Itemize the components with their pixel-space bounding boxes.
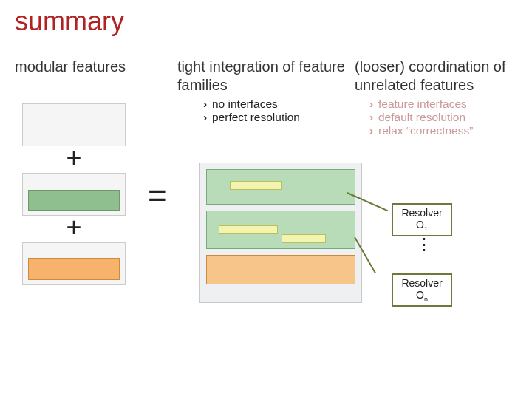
modular-stack: + + [22, 103, 126, 287]
bullet-glyph: › [369, 111, 378, 124]
bullets-looser: ›feature interfaces ›default resolution … [369, 98, 473, 137]
resolver-index: 1 [424, 225, 428, 233]
column-heading-modular: modular features [15, 58, 163, 76]
page-title: summary [15, 6, 124, 37]
bullet-text: relax “correctness” [378, 124, 473, 137]
resolver-label: Resolver [401, 207, 442, 219]
bullet-glyph: › [369, 98, 378, 111]
module-thumbnail [22, 173, 126, 216]
bullet-text: feature interfaces [378, 98, 467, 110]
bullet-text: no interfaces [212, 98, 278, 110]
module-thumbnail [22, 242, 126, 285]
panel-pill [282, 234, 326, 243]
column-heading-tight: tight integration of feature families [177, 58, 347, 95]
equals-operator: = [148, 177, 167, 214]
bullet-text: perfect resolution [212, 111, 300, 123]
vertical-ellipsis: ⋮ [416, 235, 432, 254]
bullet-glyph: › [203, 98, 212, 111]
bullet-glyph: › [369, 124, 378, 137]
column-heading-looser: (looser) coordination of unrelated featu… [355, 58, 525, 95]
bullet-text: default resolution [378, 111, 466, 123]
panel-pill [230, 181, 282, 190]
panel-band [206, 255, 355, 284]
bullets-tight: ›no interfaces ›perfect resolution [203, 98, 300, 124]
module-thumbnail [22, 103, 126, 146]
plus-operator: + [22, 148, 126, 168]
integrated-panel [200, 163, 362, 303]
panel-pill [219, 225, 278, 234]
plus-operator: + [22, 217, 126, 238]
bullet-glyph: › [203, 111, 212, 124]
resolver-label: Resolver [401, 277, 442, 289]
resolver-index: n [424, 296, 428, 303]
resolver-box-last: Resolver On [392, 273, 452, 307]
resolver-box-first: Resolver O1 [392, 203, 452, 236]
